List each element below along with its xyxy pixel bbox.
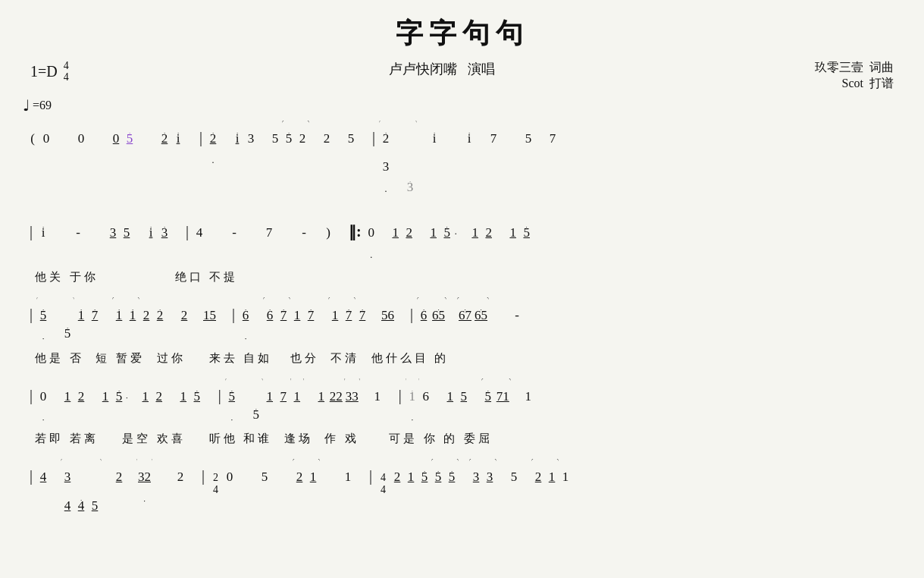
note-5-r5: 5 <box>88 492 102 520</box>
bar-line-10: | <box>395 379 406 412</box>
note-5-r5c: · 5 <box>418 463 431 491</box>
note-7-r3e: · 7 <box>356 301 369 329</box>
note-5-r4: · 5 <box>112 382 126 410</box>
note-32dot-r5: 32· <box>136 463 152 510</box>
note-1-r4i: 1 <box>443 382 457 410</box>
note-5-r4e: · 5 <box>481 382 495 410</box>
note-5-2: 5 <box>268 124 282 152</box>
score-line-1: ( 0 0 0 · 5 · 2 · i <box>23 121 901 201</box>
note-5-4: 5 <box>522 124 535 152</box>
note-2-r4b: 2 <box>152 382 166 410</box>
note-0dot-r4: 0· <box>36 382 50 429</box>
note-55-r5: · 5 <box>431 463 445 491</box>
aug-r4: · <box>126 388 128 407</box>
note-i-row2: · i <box>36 218 50 247</box>
note-1-r3d: 1 <box>290 301 304 329</box>
note-22-r3: 2 <box>139 301 153 329</box>
bar-line-5: | <box>26 297 36 331</box>
note-i-4: · i <box>462 124 476 152</box>
note-2-r5: 2 <box>112 463 126 491</box>
note-close-paren: ) <box>321 218 335 247</box>
note-1-r2d: 1 <box>506 218 520 247</box>
note-1-r4d: 1 <box>177 382 190 410</box>
note-1-r4h: 1 <box>371 382 384 410</box>
note-1-r4g: 1 <box>315 382 328 410</box>
note-6-r3b: · 6 <box>417 301 431 329</box>
bar-line-4: | <box>182 215 193 248</box>
arranger-role: 打谱 <box>869 77 894 90</box>
bar-line-7: | <box>406 297 417 331</box>
score-line-4: | 0· 1 2 1 · 5 · 1 2 1 <box>23 379 901 429</box>
note-1-r3c: · 1 <box>126 301 139 329</box>
score-line-2: | · i - 3 5 · i <box>23 215 901 267</box>
right-info: 玖零三壹 词曲 Scot 打谱 <box>815 60 894 92</box>
note-2-2: 2 <box>320 124 334 152</box>
note-2-r3b: 2 <box>177 301 191 329</box>
note-23dot: · 23· <box>379 124 393 201</box>
note-1-r2b: 1 <box>427 218 440 247</box>
note-2: · 2 <box>158 124 171 152</box>
note-2-r5c: 2 <box>390 463 404 491</box>
time-bottom: 4 <box>64 71 69 83</box>
note-0-2: 0 <box>74 124 88 152</box>
note-i-2: · i <box>230 124 244 152</box>
note-4-r2: 4 <box>193 218 206 247</box>
note-i-r2b: · i <box>144 218 158 247</box>
note-2-arc: 2 <box>296 124 309 152</box>
note-dash-r3: - <box>510 301 524 329</box>
note-71-r4: 71 <box>495 382 511 410</box>
bar-line-1: | <box>196 121 206 154</box>
note-1-r4e: 1 <box>263 382 277 410</box>
note-6-r4: 6 <box>419 382 433 410</box>
score-row-5: | 4 3 4 · 4 5 2 <box>23 459 901 520</box>
note-1-r5d: 1 <box>545 463 559 491</box>
note-1-r3e: 1 <box>328 301 342 329</box>
lyrics-row-3: 他是 否 短 暂爱 过你 来去 自如 也分 不清 他什么目 的 <box>23 351 901 365</box>
note-5-r2b: · 5 <box>440 218 454 247</box>
note-7-r4: 7 <box>277 382 290 410</box>
bar-line-3: | <box>26 215 36 248</box>
note-7-r3b: · 7 <box>277 301 290 329</box>
note-33-r5: 3 <box>469 463 483 491</box>
score-row-4: | 0· 1 2 1 · 5 · 1 2 1 <box>23 379 901 446</box>
note-dash-2: - <box>227 218 241 247</box>
bar-line-6: | <box>228 297 239 331</box>
composer-info: 玖零三壹 词曲 <box>815 60 894 76</box>
note-7-r2: 7 <box>262 218 276 247</box>
note-22-r4: 22 <box>328 382 344 410</box>
tempo-value: =69 <box>33 99 52 112</box>
bar-line-2: | <box>368 121 379 154</box>
note-4-r5: 4 <box>36 463 50 491</box>
performer-role: 演唱 <box>468 61 495 77</box>
note-3-r2: 3 <box>106 218 120 247</box>
note-33-r4: 33 <box>344 382 360 410</box>
tempo-note-icon: ♩ <box>23 96 30 115</box>
bar-line-12: | <box>198 459 208 492</box>
note-1-r2c: 1 <box>468 218 482 247</box>
note-5-r4d: 5 <box>457 382 471 410</box>
note-5-r2c: · 5 <box>520 218 534 247</box>
lyrics-row-2: 他关 于你 绝口 不提 <box>23 270 901 284</box>
note-7-r3: · 7 <box>88 301 102 329</box>
note-2dot: · 2· <box>206 124 220 173</box>
note-1-r2: 1 <box>389 218 402 247</box>
note-5-r4b: · 5 <box>190 382 204 410</box>
note-2-r2c: 2 <box>482 218 496 247</box>
note-0-dot: 0· <box>365 218 378 267</box>
note-1-r4j: 1 <box>522 382 535 410</box>
note-i-1: · i <box>171 124 185 152</box>
bar-line-11: | <box>26 459 36 492</box>
note-2-r2: 2 <box>402 218 416 247</box>
note-1-r5e: 1 <box>559 463 572 491</box>
arranger-info: Scot 打谱 <box>815 76 894 92</box>
note-0-3: 0 <box>109 124 123 152</box>
note-1-r5: 1 <box>306 463 320 491</box>
note-5-3: 5 <box>344 124 358 152</box>
note-5-r5e: 5 <box>507 463 521 491</box>
note-1-r3: · 1 <box>74 301 88 329</box>
note-2-r4: 2 <box>74 382 88 410</box>
score-line-5: | 4 3 4 · 4 5 2 <box>23 459 901 520</box>
note-34-r5: 3 4 <box>61 463 74 520</box>
time-sig-24: 2 4 <box>208 472 223 495</box>
note-7-1: 7 <box>487 124 500 152</box>
